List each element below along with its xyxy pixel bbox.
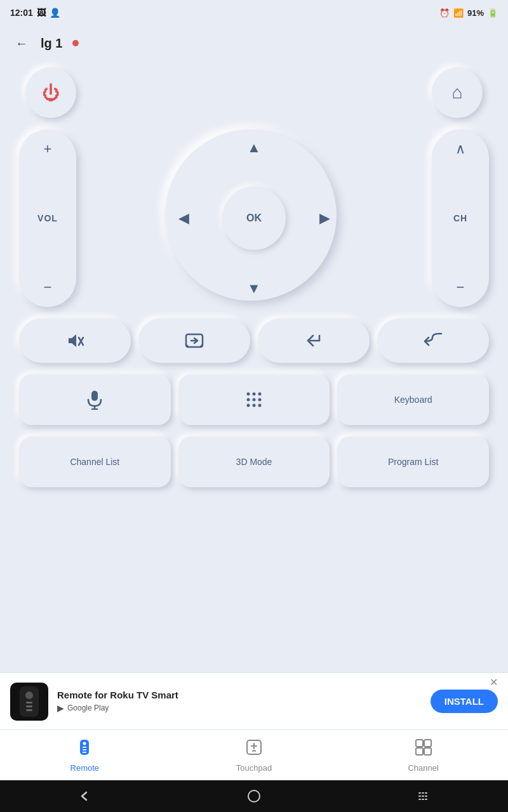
touchpad-tab-label: Touchpad (236, 763, 272, 773)
connection-indicator (72, 40, 79, 46)
power-button[interactable]: ⏻ (25, 67, 76, 118)
status-icons-area: ⏰ 📶 91% 🔋 (439, 8, 498, 18)
svg-point-12 (253, 393, 256, 396)
dpad: ▲ ◀ OK ▶ ▼ (165, 129, 343, 307)
svg-point-18 (253, 404, 256, 407)
svg-rect-28 (83, 749, 86, 750)
svg-point-17 (247, 404, 250, 407)
feature-row: Channel List 3D Mode Program List (19, 436, 489, 487)
ok-button[interactable]: OK (222, 187, 286, 250)
back-action-button[interactable] (377, 318, 489, 363)
top-controls-row: ⏻ ⌂ (19, 67, 489, 118)
ad-app-icon (10, 683, 48, 721)
remote-tab[interactable]: Remote (0, 738, 170, 773)
status-bar: 12:01 🖼 👤 ⏰ 📶 91% 🔋 (0, 0, 508, 25)
channel-tab-label: Channel (408, 763, 438, 773)
channel-list-button[interactable]: Channel List (19, 436, 171, 487)
dpad-up-button[interactable]: ▲ (238, 132, 270, 164)
svg-point-14 (247, 398, 250, 402)
channel-icon-svg (415, 738, 432, 756)
program-list-label: Program List (388, 457, 438, 467)
svg-rect-31 (416, 740, 423, 747)
battery-display: 91% (467, 8, 484, 18)
svg-point-13 (258, 393, 262, 396)
touchpad-tab[interactable]: Touchpad (170, 738, 339, 773)
numpad-icon (244, 390, 264, 409)
home-button[interactable]: ⌂ (432, 67, 483, 118)
svg-rect-8 (91, 391, 98, 401)
dpad-down-button[interactable]: ▼ (238, 273, 270, 304)
ch-down-icon: − (457, 279, 465, 296)
channel-control[interactable]: ∧ CH − (432, 129, 489, 307)
svg-rect-23 (26, 705, 32, 707)
wifi-icon: 📶 (453, 8, 464, 18)
alarm-icon: ⏰ (439, 8, 450, 18)
svg-marker-0 (69, 334, 76, 347)
ch-label: CH (453, 213, 467, 223)
top-nav: ← lg 1 (0, 25, 508, 61)
battery-icon: 🔋 (488, 8, 498, 18)
enter-button[interactable] (258, 318, 370, 363)
svg-point-16 (258, 398, 262, 402)
notification-icon: 👤 (50, 8, 60, 18)
ch-up-icon: ∧ (455, 141, 465, 157)
page-title: lg 1 (41, 36, 62, 51)
ad-source: ▶ Google Play (57, 703, 422, 713)
keyboard-button[interactable]: Keyboard (337, 374, 489, 425)
install-button[interactable]: INSTALL (431, 690, 498, 713)
back-icon (424, 332, 443, 349)
svg-point-21 (25, 691, 33, 699)
mute-button[interactable] (19, 318, 131, 363)
time-display: 12:01 (10, 8, 33, 18)
svg-rect-22 (26, 702, 32, 704)
svg-rect-27 (83, 747, 86, 748)
dpad-left-button[interactable]: ◀ (168, 202, 199, 234)
vol-minus-icon: − (44, 279, 52, 296)
sys-back-button[interactable] (72, 783, 97, 809)
mic-icon (86, 390, 104, 410)
touchpad-tab-icon (245, 738, 263, 761)
keyboard-label: Keyboard (394, 395, 432, 405)
ad-info: Remote for Roku TV Smart ▶ Google Play (57, 690, 422, 713)
remote-area: ⏻ ⌂ + VOL − ▲ ◀ OK ▶ ▼ ∧ CH − (0, 61, 508, 672)
svg-point-35 (248, 790, 260, 802)
3d-mode-button[interactable]: 3D Mode (178, 436, 330, 487)
ad-title: Remote for Roku TV Smart (57, 690, 422, 700)
status-time-area: 12:01 🖼 👤 (10, 8, 60, 18)
utility-row: Keyboard (19, 374, 489, 425)
ad-source-label: Google Play (67, 704, 109, 712)
sys-recent-button[interactable] (411, 783, 436, 809)
ad-banner-wrapper: Remote for Roku TV Smart ▶ Google Play I… (0, 672, 508, 730)
channel-tab[interactable]: Channel (338, 738, 508, 773)
input-icon (185, 332, 204, 350)
back-button[interactable]: ← (10, 32, 33, 55)
bottom-nav: Remote Touchpad Channel (0, 730, 508, 780)
volume-control[interactable]: + VOL − (19, 129, 76, 307)
input-source-button[interactable] (138, 318, 250, 363)
numpad-button[interactable] (178, 374, 330, 425)
svg-rect-24 (26, 709, 32, 711)
dpad-right-button[interactable]: ▶ (309, 202, 340, 234)
sys-home-icon (247, 789, 261, 803)
mic-button[interactable] (19, 374, 171, 425)
svg-point-15 (253, 398, 256, 402)
channel-tab-icon (415, 738, 432, 761)
remote-icon-svg (76, 738, 93, 756)
sys-home-button[interactable] (241, 783, 267, 809)
icon-buttons-row (19, 318, 489, 363)
remote-tab-label: Remote (70, 763, 100, 773)
photo-icon: 🖼 (37, 8, 46, 18)
sys-back-icon (77, 789, 91, 803)
home-icon: ⌂ (452, 82, 463, 103)
ad-banner: Remote for Roku TV Smart ▶ Google Play I… (0, 672, 508, 730)
svg-point-26 (83, 742, 86, 745)
system-nav (0, 780, 508, 812)
program-list-button[interactable]: Program List (337, 436, 489, 487)
ad-close-button[interactable]: ✕ (490, 676, 498, 688)
ad-icon-svg (13, 684, 45, 719)
svg-rect-34 (424, 748, 431, 755)
svg-rect-32 (424, 740, 431, 747)
google-play-icon: ▶ (57, 703, 64, 713)
svg-rect-29 (83, 752, 86, 753)
remote-tab-icon (76, 738, 93, 761)
